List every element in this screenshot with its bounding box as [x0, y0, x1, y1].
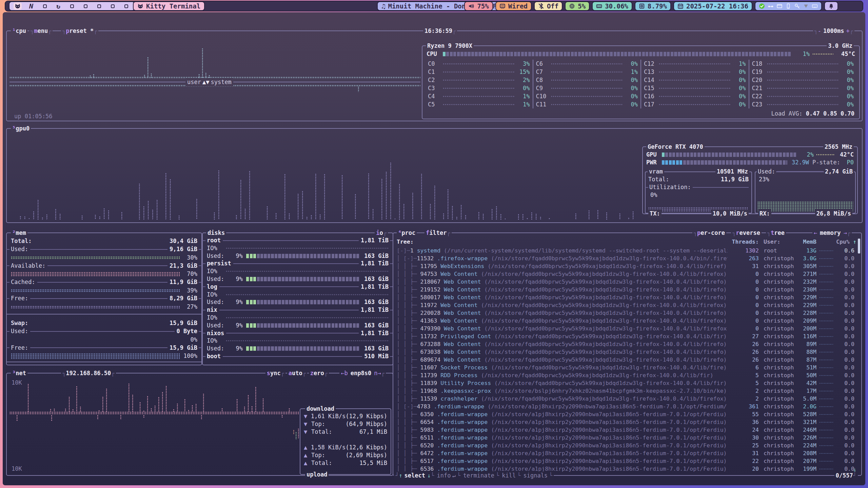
gpu-history-graph	[9, 130, 640, 222]
process-row-11968[interactable]: │ │ ├─ 11968 .keepassxc-prox (/nix/store…	[397, 387, 859, 395]
proc-tree-button[interactable]: ┐tree	[766, 229, 786, 237]
window-tab-kitty[interactable]: Kitty Terminal	[133, 1, 205, 11]
phone-icon[interactable]	[785, 3, 791, 9]
column-cpu[interactable]: Cpu% ↑	[836, 238, 854, 246]
process-row-11795[interactable]: │ │ ├─ 11795 WebExtensions (/nix/store/f…	[397, 262, 859, 270]
kill-button[interactable]: kill	[499, 471, 517, 480]
process-row-41363[interactable]: │ │ ├─ 41363 Web Content (/nix/store/fqa…	[397, 317, 859, 325]
process-row-689674[interactable]: │ │ ├─ 689674 Web Content (/nix/store/fq…	[397, 356, 859, 364]
triangle-down-icon[interactable]	[803, 3, 809, 9]
process-row-6511[interactable]: │ │ ├─ 6511 .ferdium-wrappe (/nix/store/…	[397, 434, 859, 442]
square-icon	[42, 3, 48, 9]
process-row-11607[interactable]: │ │ ├─ 11607 Socket Process (/nix/store/…	[397, 364, 859, 371]
music-note-icon: ♫	[381, 2, 385, 10]
process-row-94753[interactable]: │ │ ├─ 94753 Web Content (/nix/store/fqa…	[397, 270, 859, 278]
iface-next-button[interactable]: n→	[374, 369, 381, 377]
keyboard-icon[interactable]	[812, 3, 818, 9]
column-memb[interactable]: MemB	[797, 238, 816, 246]
gpu-details-box: GeForce RTX 4070 2565 MHz GPU 2% 42°C PW…	[642, 146, 858, 214]
net-interface-switcher[interactable]: ←b enp8s0 n→┌	[339, 369, 386, 377]
clock: 16:36:59┌	[423, 27, 457, 35]
sort-prev-button[interactable]: ←	[814, 229, 817, 237]
core-row-C11: C110%	[536, 100, 638, 108]
process-row-6654[interactable]: │ │ ├─ 6654 .ferdium-wrappe (/nix/store/…	[397, 418, 859, 426]
disks-io-button[interactable]: io┌	[375, 229, 388, 237]
process-row-11972[interactable]: │ │ ├─ 11972 Web Content (/nix/store/fqa…	[397, 301, 859, 309]
process-row-11739[interactable]: │ │ ├─ 11739 RDD Process (/nix/store/fqa…	[397, 371, 859, 379]
process-table-header[interactable]: Tree: Threads: User: MemB Cpu% ↑	[397, 238, 859, 246]
workspace-item-8[interactable]	[108, 2, 117, 10]
interval-minus-button[interactable]: -	[818, 27, 821, 35]
process-row-673038[interactable]: │ │ ├─ 673038 Web Content (/nix/store/fq…	[397, 348, 859, 356]
vram-used-percent: 23%	[759, 176, 769, 183]
workspace-item-6[interactable]	[81, 2, 90, 10]
process-row-5983[interactable]: │ │ ├─ 5983 .ferdium-wrappe (/nix/store/…	[397, 426, 859, 434]
process-row-220028[interactable]: │ │ ├─ 220028 Web Content (/nix/store/fq…	[397, 309, 859, 317]
disk-row-log: log1,81 TiB	[202, 283, 393, 291]
status-module-cpu[interactable]: 5%	[565, 1, 590, 11]
sort-next-button[interactable]: →	[844, 229, 847, 237]
process-row-673288[interactable]: │ │ ├─ 673288 Web Content (/nix/store/fq…	[397, 340, 859, 348]
status-module-clock[interactable]: 2025-07-22 16:36	[673, 1, 752, 11]
status-module-bluetooth[interactable]: Off	[534, 1, 563, 11]
mustache-icon[interactable]	[768, 3, 774, 9]
check-circle-icon[interactable]	[759, 3, 765, 9]
memory-panel-label: mem	[16, 229, 26, 237]
workspace-item-2[interactable]: N	[27, 2, 35, 10]
process-row-4783[interactable]: │ [-]─4783 .ferdium-wrappe (/nix/store/a…	[397, 403, 859, 410]
process-row-11839[interactable]: │ │ ├─ 11839 Utility Process (/nix/store…	[397, 379, 859, 387]
interval-plus-button[interactable]: +	[846, 27, 850, 35]
process-row-11532[interactable]: │ [-]─11532 .firefox-wrappe (/nix/store/…	[397, 255, 859, 262]
column-threads[interactable]: Threads:	[728, 238, 759, 246]
column-user[interactable]: User:	[759, 238, 797, 246]
workspace-item-7[interactable]	[95, 2, 103, 10]
process-row-6517[interactable]: │ │ ├─ 6517 .ferdium-wrappe (/nix/store/…	[397, 457, 859, 465]
column-tree[interactable]: Tree:	[397, 238, 728, 246]
window-icon[interactable]	[776, 3, 783, 9]
select-down-icon[interactable]: ↓	[427, 471, 431, 480]
core-row-C4: C41%	[428, 92, 530, 100]
status-module-volume[interactable]: 75%	[464, 1, 493, 11]
core-row-C12: C121%	[644, 60, 746, 68]
select-up-icon[interactable]: ↑	[399, 471, 402, 480]
core-row-C7: C71%	[536, 68, 638, 76]
network-history-graph	[9, 373, 300, 475]
process-row-219152[interactable]: │ │ ├─ 219152 Web Content (/nix/store/fq…	[397, 286, 859, 293]
workspace-item-9[interactable]	[122, 2, 130, 10]
proc-reverse-button[interactable]: ┐reverse	[731, 229, 762, 237]
process-row-1[interactable]: [-]─1 systemd (/run/current-system/syste…	[397, 247, 859, 255]
proc-percore-button[interactable]: ┐per-core	[692, 229, 726, 237]
process-row-6350[interactable]: │ │ ├─ 6350 .ferdium-wrappe (/nix/store/…	[397, 410, 859, 418]
process-row-479390[interactable]: │ │ ├─ 479390 Web Content (/nix/store/fq…	[397, 325, 859, 332]
status-module-network[interactable]: Wired	[495, 1, 532, 11]
iface-prev-button[interactable]: ←b	[341, 369, 348, 377]
cpu-graph-legend[interactable]: user ▲▼ system	[185, 78, 233, 86]
workspace-item-3[interactable]	[41, 2, 49, 10]
proc-filter-button[interactable]: filter┌	[425, 229, 452, 237]
info-button[interactable]: info	[434, 471, 451, 480]
process-row-11732[interactable]: │ │ ├─ 11732 Privileged Cont (/nix/store…	[397, 332, 859, 340]
process-row-11539[interactable]: │ │ ├─ 11539 crashhelper (/nix/store/fqa…	[397, 395, 859, 403]
workspace-item-1[interactable]	[14, 2, 22, 10]
process-row-6472[interactable]: │ │ ├─ 6472 .ferdium-wrappe (/nix/store/…	[397, 449, 859, 457]
terminate-button[interactable]: terminate	[460, 471, 496, 480]
status-module-memory[interactable]: 30.06%	[592, 1, 632, 11]
gpu-temp-graph	[816, 154, 835, 156]
core-row-C6: C60%	[536, 60, 638, 68]
process-row-218067[interactable]: │ │ ├─ 218067 Web Content (/nix/store/fq…	[397, 278, 859, 286]
key-icon[interactable]	[794, 3, 800, 9]
status-module-disk[interactable]: 8.79%	[635, 1, 671, 11]
update-interval-control[interactable]: ┐- 1000ms +┌	[813, 27, 854, 35]
gpu-power-meter	[662, 160, 787, 165]
net-zero-button[interactable]: zero┌	[309, 369, 329, 377]
process-row-580017[interactable]: │ │ ├─ 580017 Web Content (/nix/store/fq…	[397, 293, 859, 301]
process-row-6520[interactable]: │ │ ├─ 6520 .ferdium-wrappe (/nix/store/…	[397, 442, 859, 449]
signals-button[interactable]: signals	[520, 471, 549, 480]
workspace-switcher[interactable]: N↻	[9, 1, 135, 11]
workspace-item-4[interactable]: ↻	[54, 2, 62, 10]
notifications-button[interactable]	[824, 1, 838, 11]
process-scrollbar-thumb[interactable]	[858, 239, 860, 253]
proc-sort-column-switcher[interactable]: ← memory →┌	[812, 229, 852, 237]
vram-total-row: Total:11,9 GiB	[648, 176, 749, 183]
workspace-item-5[interactable]	[68, 2, 76, 10]
